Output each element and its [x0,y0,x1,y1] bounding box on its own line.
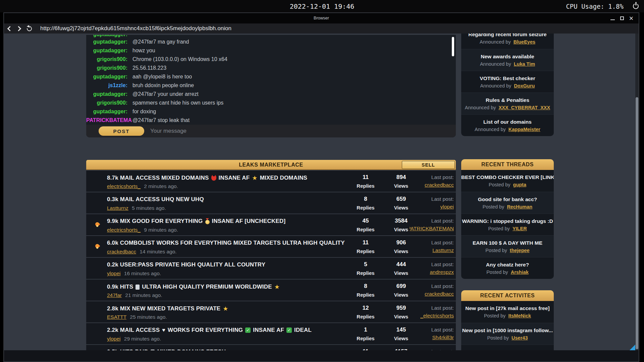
listing-author-link[interactable]: ESATTT [107,314,126,320]
announcements-panel: Regarding recent forum seizure Announced… [461,34,554,136]
listing-title[interactable]: 0.3k MAIL ACCESS UHQ NEW UHQ [107,196,204,203]
window-titlebar: Browser × [4,13,639,23]
thread-byline: Posted by gupta [461,182,554,187]
title-text: 8.7k MAIL ACCESS MIXED DOMAINS [107,175,209,181]
forward-button[interactable] [14,23,24,34]
title-text: 6.0k COMBOLIST WORKS FOR EVERYTHING MIXE… [107,240,345,246]
announcement-user-link[interactable]: XXX_CYBERRAT_XXX [499,105,550,110]
announced-by-label: Announced by [480,83,512,88]
chat-username[interactable]: grigoris900: [86,100,127,106]
thread-item[interactable]: BEST COMBO CHECKER EVER [LINK] Posted by… [461,170,554,192]
thread-user-link[interactable]: gupta [513,182,526,187]
url-input[interactable] [40,25,409,32]
announcement-item[interactable]: Regarding recent forum seizure Announced… [461,34,554,49]
sell-button[interactable]: SELL [402,161,455,169]
last-poster-link[interactable]: crackedbacc [425,291,454,297]
listing-row: 9.9k MIX GOOD FOR EVERYTHINGINSANE AF [U… [86,214,456,235]
announcement-user-link[interactable]: DoxGuru [514,83,535,88]
back-button[interactable] [4,23,14,34]
marketplace-title: LEAKS MARKETPLACE [86,162,456,168]
listing-author-link[interactable]: crackedbacc [107,249,136,254]
check-icon: ✓ [245,327,251,333]
title-text: WORKS FOR EVERYTHING [168,327,243,334]
listing-author-link[interactable]: electricshorts_ [107,227,141,233]
thread-item[interactable]: EARN 100 $ A DAY WITH ME Posted by theje… [461,235,554,257]
chat-username[interactable]: PATRICKBATEMA [86,117,127,123]
listing-author-link[interactable]: 247far [107,292,122,298]
listing-title[interactable]: 2.8k MIX NEW MIXED TARGETS PRIVATE★ [107,305,228,312]
listing-title[interactable]: 2.2k MAIL ACCESS♥WORKS FOR EVERYTHING✓IN… [107,327,312,334]
thread-user-link[interactable]: YILER [513,226,527,231]
last-post-label: Last post: [400,240,454,246]
announcement-item[interactable]: List of our domains Announced by KappaMe… [461,114,554,136]
listing-subline: 247far 21 minutes ago. [107,292,162,298]
thread-item[interactable]: WARNING: i stopped taking drugs :D Poste… [461,214,554,235]
last-poster-link[interactable]: electricshorts_ [420,313,454,319]
chat-username[interactable]: guptadagger: [86,74,127,80]
window-scrollbar[interactable] [635,34,639,350]
thread-user-link[interactable]: thejepee [510,248,530,253]
activity-title: New post in [1000 instagram follow... [461,323,554,334]
announcement-title: VOTING: Best checker [461,71,554,81]
listing-title[interactable]: 6.0k COMBOLIST WORKS FOR EVERYTHING MIXE… [107,240,345,246]
chat-username[interactable]: guptadagger: [86,91,127,97]
minimize-button[interactable] [608,14,617,23]
last-poster-link[interactable]: Sh4rkill3r [432,335,454,341]
power-icon[interactable] [633,3,639,9]
listing-title[interactable]: 8.7k MAIL ACCESS MIXED DOMAINSINSANE AF★… [107,174,307,182]
window-bottom-strip [4,350,639,361]
replies-column: 11 Replies [347,345,384,350]
last-poster-link[interactable]: crackedbacc [425,182,454,188]
last-poster-link[interactable]: andrespzx [430,269,454,275]
listing-title[interactable]: 0.9k HITSULTRA HIGH QUALITY PREMIUM WORL… [107,283,280,291]
screen: 2022-12-01 19:46 CPU Usage: 1.8% Browser… [0,0,644,362]
listing-author-link[interactable]: Lastturnz [107,205,128,211]
close-button[interactable]: × [627,14,636,23]
window-controls: × [608,14,636,23]
chat-text: 25.56.118.223 [132,65,166,71]
chat-username[interactable]: grigoris900: [86,56,127,62]
listing-title[interactable]: 9.9k MIX GOOD FOR EVERYTHINGINSANE AF [U… [107,218,285,225]
thread-item[interactable]: Good site for bank acc? Posted by RecHum… [461,192,554,214]
chat-message-input[interactable] [150,128,358,134]
window-scrollbar-thumb[interactable] [636,97,638,349]
chat-username[interactable]: guptadagger: [86,48,127,54]
chat-scrollbar-thumb[interactable] [452,37,454,56]
chat-username[interactable]: grigoris900: [86,65,127,71]
activity-byline: Posted by ItsMeNick [461,313,554,318]
announcement-user-link[interactable]: Luka Tim [514,61,535,67]
activity-user-link[interactable]: User43 [512,335,528,341]
announcement-item[interactable]: New awards available Announced by Luka T… [461,49,554,71]
announcement-item[interactable]: Rules & Penalties Announced by XXX_CYBER… [461,93,554,114]
last-poster-link[interactable]: PATRICKBATEMAN [410,226,454,232]
title-text: 9.9k MIX GOOD FOR EVERYTHING [107,218,203,225]
activity-item[interactable]: New post in [27k mail access free] Poste… [461,301,554,323]
chat-username[interactable]: guptadagger: [86,39,127,45]
maximize-button[interactable] [617,14,627,23]
thread-user-link[interactable]: Arshiak [511,269,529,275]
activity-item[interactable]: New post in [1000 instagram follow... Po… [461,323,554,345]
listing-title[interactable]: 0.2k USER:PASS PRIVATE HIGH QUALITY ALL … [107,261,265,268]
last-poster-link[interactable]: Lastturnz [432,247,454,253]
post-button[interactable]: POST [99,126,144,136]
thread-item[interactable]: Any cheatz here? Posted by Arshiak [461,257,554,279]
listing-author-link[interactable]: ylopei [107,270,121,276]
chat-username[interactable]: guptadagger: [86,35,127,38]
chat-username[interactable]: guptadagger: [86,109,127,115]
listing-author-link[interactable]: ylopei [107,336,121,342]
announcement-user-link[interactable]: KappaMeister [508,127,540,132]
announcement-byline: Announced by DoxGuru [461,83,554,88]
reload-button[interactable] [24,23,34,34]
listing-author-link[interactable]: electricshorts_ [107,183,141,189]
announcement-byline: Announced by KappaMeister [461,127,554,132]
announcement-user-link[interactable]: BlueEyes [514,39,535,45]
thread-user-link[interactable]: RecHuman [507,204,532,209]
title-text: 2.8k MIX NEW MIXED TARGETS PRIVATE [107,305,220,312]
chat-username[interactable]: js1zzle: [86,82,127,88]
posted-by-label: Posted by [487,335,509,341]
last-poster-link[interactable]: ylopei [440,204,454,210]
announcement-item[interactable]: VOTING: Best checker Announced by DoxGur… [461,71,554,93]
replies-count: 8 [347,283,384,290]
resize-grip-icon[interactable] [630,345,635,350]
activity-user-link[interactable]: ItsMeNick [508,313,531,318]
